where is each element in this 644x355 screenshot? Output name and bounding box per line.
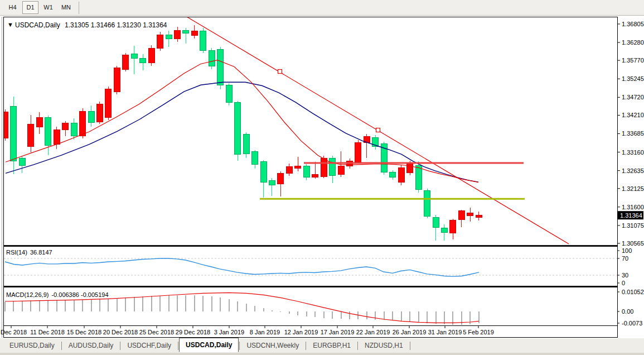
price-axis-label: 1.33685	[622, 130, 644, 137]
rsi-axis-label: 0	[622, 280, 625, 286]
price-axis-label: 1.36280	[622, 39, 644, 46]
candle-body	[433, 218, 439, 228]
price-axis-label: 1.35770	[622, 57, 644, 64]
candle-body	[243, 134, 249, 153]
chart-svg: 1.368051.362801.357701.352451.347201.342…	[0, 16, 644, 338]
candle-body	[166, 35, 172, 39]
candle-body	[415, 165, 422, 189]
chart-tab-usdcad[interactable]: USDCAD,Daily	[179, 338, 239, 352]
tab-separator	[178, 342, 178, 350]
date-label: 11 Dec 2018	[30, 329, 65, 335]
candle-body	[295, 166, 301, 169]
candle-body	[252, 152, 258, 165]
chart-tab-eurusd[interactable]: EURUSD,Daily	[3, 339, 61, 352]
candle-body	[476, 215, 482, 217]
candle-body	[450, 220, 456, 233]
candle-body	[157, 35, 163, 48]
tab-separator	[120, 342, 120, 350]
date-label: 8 Jan 2019	[250, 329, 280, 335]
candle-body	[80, 112, 86, 136]
timeframe-button-h4[interactable]: H4	[4, 1, 21, 14]
timeframe-button-d1[interactable]: D1	[22, 1, 38, 14]
chart-tab-bar: EURUSD,DailyAUDUSD,DailyUSDCHF,DailyUSDC…	[0, 338, 644, 353]
timeframe-button-mn[interactable]: MN	[58, 1, 74, 14]
candle-body	[148, 48, 154, 63]
candle-body	[278, 173, 284, 184]
price-axis-label: 1.33160	[622, 149, 644, 156]
tab-separator	[410, 342, 410, 350]
price-axis-label: 1.35245	[622, 75, 644, 82]
date-label: 29 Dec 2018	[176, 329, 210, 335]
timeframe-button-w1[interactable]: W1	[40, 1, 56, 14]
bottom-strip	[0, 353, 644, 355]
macd-axis-label: 0.010525	[622, 289, 644, 295]
chart-tab-nzdusd[interactable]: NZDUSD,H1	[359, 339, 409, 352]
candle-body	[54, 129, 60, 144]
price-axis-group: 1.368051.362801.357701.352451.347201.342…	[617, 21, 644, 327]
pane-separator-macd[interactable]	[4, 286, 617, 287]
candle-body	[36, 118, 42, 127]
candle-body	[2, 112, 8, 138]
chart-title-quote: 1.31305 1.31466 1.31230 1.31364	[65, 21, 167, 29]
candle-body	[140, 58, 146, 63]
price-axis-label: 1.34720	[622, 94, 644, 100]
date-label: 22 Jan 2019	[356, 329, 390, 335]
candle-body	[200, 31, 206, 51]
timeframe-buttons: H4D1W1MN	[3, 1, 74, 14]
chart-menu-arrow-icon[interactable]: ▼	[7, 21, 13, 28]
candle-body	[355, 143, 361, 162]
candle-body	[217, 50, 224, 85]
chart-tab-eurgbp[interactable]: EURGBP,H1	[307, 339, 357, 352]
candle-body	[88, 112, 94, 123]
tab-separator	[357, 342, 358, 350]
candle-body	[467, 213, 473, 216]
candle-body	[424, 191, 430, 217]
candle-body	[19, 158, 25, 165]
price-axis-label: 1.32635	[622, 167, 644, 174]
price-axis-label: 1.30565	[622, 240, 644, 247]
rsi-value: 36.8147	[30, 249, 52, 256]
chart-title-symbol: USDCAD,Daily	[15, 21, 60, 29]
candle-body	[338, 166, 344, 175]
chart-tab-usdchf[interactable]: USDCHF,Daily	[121, 339, 177, 352]
candle-body	[11, 107, 17, 161]
main-plot-area[interactable]	[4, 17, 617, 244]
date-label: 26 Jan 2019	[393, 329, 427, 335]
chart-tab-usdcnh[interactable]: USDCNH,Weekly	[240, 339, 305, 352]
tab-separator	[239, 342, 240, 350]
price-axis-label: 1.32125	[622, 185, 644, 192]
tab-separator	[61, 342, 62, 350]
candle-body	[45, 118, 51, 146]
date-label: 5 Feb 2019	[463, 329, 494, 335]
candle-body	[458, 211, 464, 220]
macd-name: MACD(12,26,9)	[6, 291, 49, 298]
candle-body	[96, 104, 103, 122]
candle-body	[62, 123, 69, 129]
candle-body	[235, 102, 241, 154]
rsi-axis-label: 70	[622, 255, 628, 262]
candle-body	[407, 164, 413, 172]
candle-body	[321, 158, 327, 176]
candle-body	[330, 158, 336, 175]
terminal-window: H4D1W1MN 1.368051.362801.357701.352451.3…	[0, 0, 644, 355]
candle-body	[286, 166, 292, 173]
date-label: 31 Jan 2019	[428, 329, 462, 335]
tab-separator	[306, 342, 306, 350]
candle-body	[131, 54, 137, 59]
pane-separator-rsi[interactable]	[4, 245, 617, 247]
candle-body	[269, 181, 275, 185]
candle-body	[441, 228, 447, 233]
date-label: 12 Jan 2019	[284, 329, 318, 335]
macd-label: MACD(12,26,9)-0.006386 -0.005194	[6, 291, 109, 298]
chart-tab-audusd[interactable]: AUDUSD,Daily	[62, 339, 120, 352]
candle-body	[226, 85, 232, 102]
candle-body	[114, 68, 120, 92]
candle-body	[28, 124, 34, 147]
date-label: 17 Jan 2019	[321, 329, 355, 335]
macd-axis-label: 0.00	[622, 308, 633, 315]
macd-axis-label: -0.0073	[622, 320, 642, 327]
rsi-axis-label: 100	[622, 247, 632, 254]
current-price-label: 1.31364	[620, 212, 642, 219]
candle-body	[175, 31, 181, 39]
candle-body	[390, 172, 396, 177]
